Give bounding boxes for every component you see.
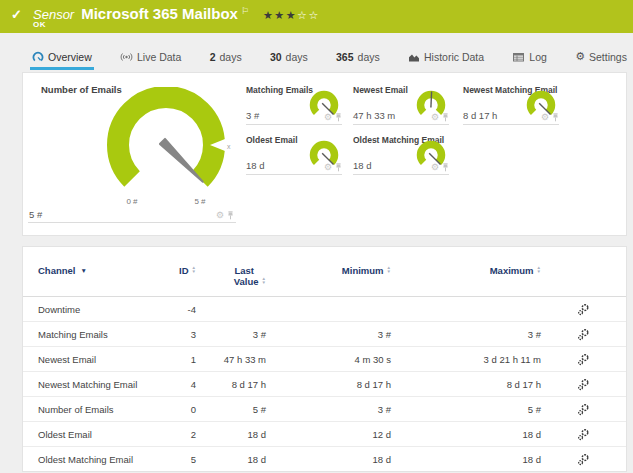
mini-gauge-needle bbox=[431, 92, 432, 108]
gear-icon[interactable]: ⚙ bbox=[324, 163, 332, 172]
tab-label: Log bbox=[529, 51, 547, 63]
flag-icon[interactable]: ⚐ bbox=[241, 6, 249, 16]
channel-edit-button[interactable] bbox=[577, 403, 590, 416]
gauge-scale-min-label: 0 # bbox=[119, 197, 145, 206]
column-header-last-value[interactable]: Last Value ▲▼ bbox=[196, 265, 266, 287]
gear-icon: ⚙ bbox=[575, 51, 585, 62]
star-empty-icon[interactable]: ☆ bbox=[297, 9, 308, 21]
maximum-cell: 5 # bbox=[391, 404, 541, 415]
column-label: Minimum bbox=[342, 265, 384, 276]
last-value-cell: 5 # bbox=[196, 404, 266, 415]
main-gauge-needle bbox=[160, 139, 203, 182]
mini-gauge-value: 47 h 33 m bbox=[353, 110, 395, 121]
column-header-id[interactable]: ID ▲▼ bbox=[153, 265, 196, 276]
star-filled-icon[interactable]: ★ bbox=[286, 9, 297, 21]
channel-edit-button[interactable] bbox=[577, 303, 590, 316]
column-label: ID bbox=[179, 265, 189, 276]
mini-gauge-arc bbox=[531, 94, 552, 112]
gear-icon[interactable]: ⚙ bbox=[431, 113, 439, 122]
channel-name-cell: Oldest Email bbox=[38, 429, 153, 440]
pin-icon[interactable] bbox=[442, 163, 449, 172]
id-cell: -4 bbox=[153, 304, 196, 315]
mini-gauge-value: 3 # bbox=[246, 110, 259, 121]
sort-icon: ▲▼ bbox=[537, 266, 541, 277]
id-cell: 5 bbox=[153, 454, 196, 465]
edit-gears-icon bbox=[577, 403, 590, 416]
pin-icon[interactable] bbox=[335, 163, 342, 172]
minimum-cell: 12 d bbox=[266, 429, 391, 440]
sort-icon: ▲▼ bbox=[192, 266, 196, 277]
tab-live-data[interactable]: Live Data bbox=[118, 46, 183, 70]
column-label: Channel bbox=[38, 265, 75, 276]
sensor-status-bar: ✓ Sensor Microsoft 365 Mailbox ⚐ ★★★☆☆ O… bbox=[0, 0, 633, 33]
maximum-cell: 8 d 17 h bbox=[391, 379, 541, 390]
gear-icon[interactable]: ⚙ bbox=[324, 113, 332, 122]
tab-365-days[interactable]: 365days bbox=[334, 46, 382, 70]
star-filled-icon[interactable]: ★ bbox=[274, 9, 285, 21]
column-label: Value bbox=[234, 276, 259, 287]
channel-name-cell: Newest Email bbox=[38, 354, 153, 365]
channel-edit-button[interactable] bbox=[577, 453, 590, 466]
sensor-title-row: Sensor Microsoft 365 Mailbox ⚐ ★★★☆☆ bbox=[33, 5, 320, 22]
gauge-scale-max-label: 5 # bbox=[187, 197, 213, 206]
tab-2-days[interactable]: 2days bbox=[208, 46, 244, 70]
channel-name-cell: Number of Emails bbox=[38, 404, 153, 415]
maximum-cell: 18 d bbox=[391, 454, 541, 465]
column-header-maximum[interactable]: Maximum ▲▼ bbox=[391, 265, 541, 276]
tab-label: Live Data bbox=[137, 51, 181, 63]
last-value-cell: 18 d bbox=[196, 454, 266, 465]
mini-gauge-cell: Newest Email47 h 33 m⚙ bbox=[353, 85, 449, 125]
gauges-panel: Number of Emails x 0 # 5 # 5 # ⚙ Matchin… bbox=[22, 72, 627, 236]
minimum-cell: 3 # bbox=[266, 329, 391, 340]
mini-gauge-cell: Oldest Matching Email18 d⚙ bbox=[353, 135, 449, 175]
tab-settings[interactable]: ⚙Settings bbox=[573, 46, 629, 70]
mini-gauge-cell: Newest Matching Email8 d 17 h⚙ bbox=[463, 85, 559, 125]
tab-log[interactable]: Log bbox=[510, 46, 549, 70]
channel-edit-button[interactable] bbox=[577, 353, 590, 366]
last-value-cell: 18 d bbox=[196, 429, 266, 440]
priority-stars[interactable]: ★★★☆☆ bbox=[263, 9, 320, 22]
id-cell: 0 bbox=[153, 404, 196, 415]
star-filled-icon[interactable]: ★ bbox=[263, 9, 274, 21]
column-header-channel[interactable]: Channel ▼ bbox=[38, 265, 153, 276]
minimum-cell: 3 # bbox=[266, 404, 391, 415]
tab-label: days bbox=[286, 51, 308, 63]
tab-30-days[interactable]: 30days bbox=[268, 46, 310, 70]
table-row: Downtime-4 bbox=[23, 297, 626, 322]
channel-table-panel: Channel ▼ ID ▲▼ Last Value ▲▼ Minimum ▲▼… bbox=[22, 246, 627, 472]
tab-number: 365 bbox=[336, 51, 354, 63]
tab-label: days bbox=[219, 51, 241, 63]
star-empty-icon[interactable]: ☆ bbox=[308, 9, 319, 21]
table-row: Newest Matching Email48 d 17 h8 d 17 h8 … bbox=[23, 372, 626, 397]
maximum-cell: 3 # bbox=[391, 329, 541, 340]
mini-gauge-value: 18 d bbox=[246, 160, 265, 171]
channel-edit-button[interactable] bbox=[577, 428, 590, 441]
gauge-icon bbox=[32, 51, 44, 63]
pin-icon[interactable] bbox=[552, 113, 559, 122]
channel-edit-button[interactable] bbox=[577, 328, 590, 341]
table-row: Oldest Email218 d12 d18 d bbox=[23, 422, 626, 447]
id-cell: 1 bbox=[153, 354, 196, 365]
minimum-cell: 8 d 17 h bbox=[266, 379, 391, 390]
mini-gauge-arc bbox=[314, 94, 335, 112]
channel-name-cell: Oldest Matching Email bbox=[38, 454, 153, 465]
channel-edit-button[interactable] bbox=[577, 378, 590, 391]
pin-icon[interactable] bbox=[227, 211, 234, 220]
gear-icon[interactable]: ⚙ bbox=[216, 211, 224, 220]
pin-icon[interactable] bbox=[335, 113, 342, 122]
gear-icon[interactable]: ⚙ bbox=[541, 113, 549, 122]
tab-historic-data[interactable]: Historic Data bbox=[406, 46, 486, 70]
column-header-minimum[interactable]: Minimum ▲▼ bbox=[266, 265, 391, 276]
tab-overview[interactable]: Overview bbox=[30, 46, 94, 70]
sort-icon: ▲▼ bbox=[387, 266, 391, 277]
channel-name-cell: Matching Emails bbox=[38, 329, 153, 340]
pin-icon[interactable] bbox=[442, 113, 449, 122]
gear-icon[interactable]: ⚙ bbox=[431, 163, 439, 172]
minimum-cell: 18 d bbox=[266, 454, 391, 465]
table-row: Newest Email147 h 33 m4 m 30 s3 d 21 h 1… bbox=[23, 347, 626, 372]
edit-gears-icon bbox=[577, 453, 590, 466]
minimum-cell: 4 m 30 s bbox=[266, 354, 391, 365]
sort-icon: ▲▼ bbox=[262, 277, 266, 288]
sensor-status-text: OK bbox=[33, 20, 46, 29]
area-chart-icon bbox=[408, 51, 420, 63]
